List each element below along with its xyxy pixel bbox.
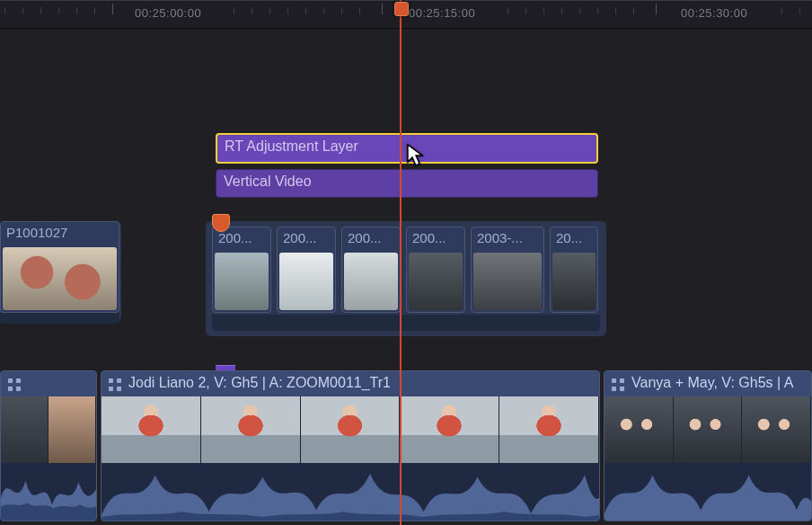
connected-clip[interactable]: 2003-... [471, 227, 544, 313]
clip-label: 200... [412, 230, 459, 245]
storyline-clip[interactable] [0, 370, 97, 521]
filmstrip [605, 396, 811, 463]
clip-title: Vanya + May, V: Gh5s | A [631, 375, 806, 391]
clip-label: 2003-... [477, 230, 538, 245]
audio-waveform [605, 463, 811, 521]
ruler-timecode: 00:25:15:00 [409, 6, 475, 20]
filmstrip [102, 396, 599, 463]
multicam-angle-icon [612, 378, 624, 391]
connected-clip-p1001027[interactable]: P1001027 [0, 221, 119, 313]
title-clip-label: Vertical Video [224, 174, 592, 190]
clip-label: 200... [283, 230, 330, 245]
audio-waveform [102, 463, 599, 521]
connected-clip[interactable]: 200... [406, 227, 465, 313]
storyline-clip-jodi-liano[interactable]: Jodi Liano 2, V: Gh5 | A: ZOOM0011_Tr1 [101, 370, 600, 521]
filmstrip [1, 396, 96, 463]
multicam-angle-icon [8, 378, 21, 391]
ruler-timecode: 00:25:30:00 [681, 6, 747, 20]
title-clip-vertical-video[interactable]: Vertical Video [216, 169, 598, 198]
cursor-arrow-icon [407, 144, 425, 167]
connected-clip[interactable]: 200... [277, 227, 336, 313]
clip-label: 200... [348, 230, 394, 245]
storyline-clip-vanya-may[interactable]: Vanya + May, V: Gh5s | A [604, 370, 812, 521]
playhead[interactable] [400, 0, 402, 525]
marker-icon[interactable] [212, 214, 230, 232]
ruler-timecode: 00:25:00:00 [135, 6, 201, 20]
clip-label: 20... [556, 230, 592, 245]
clip-title: Jodi Liano 2, V: Gh5 | A: ZOOM0011_Tr1 [128, 375, 594, 391]
multicam-angle-icon [109, 378, 121, 391]
connected-clip[interactable]: 200... [341, 227, 401, 313]
connected-clip[interactable]: 20... [550, 227, 598, 313]
clip-label: P1001027 [6, 225, 113, 240]
audio-waveform [1, 463, 96, 521]
connected-clip[interactable]: 200... [212, 227, 271, 313]
playhead-knob-icon[interactable] [394, 2, 409, 16]
clip-label: 200... [218, 230, 265, 245]
